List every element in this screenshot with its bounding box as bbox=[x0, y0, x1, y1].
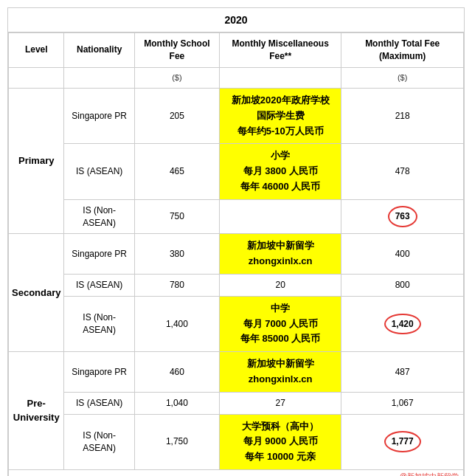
misc-fee-cell: 小学 每月 3800 人民币 每年 46000 人民币 bbox=[219, 144, 341, 199]
school-fee-cell: 750 bbox=[134, 199, 219, 234]
total-fee-cell: 478 bbox=[341, 144, 464, 199]
watermark-row: @新加坡中新留学 bbox=[9, 469, 464, 476]
table-row: IS (ASEAN)78020800 bbox=[9, 274, 464, 296]
year-header: 2020 bbox=[8, 8, 464, 32]
unit-row: ($) ($) bbox=[9, 67, 464, 88]
total-fee-cell: 400 bbox=[341, 234, 464, 275]
total-fee-unit: ($) bbox=[341, 67, 464, 88]
school-fee-cell: 1,400 bbox=[134, 296, 219, 351]
fee-table: Level Nationality Monthly School Fee Mon… bbox=[8, 32, 464, 476]
watermark: @新加坡中新留学 bbox=[9, 469, 464, 476]
table-row: IS (ASEAN)1,040271,067 bbox=[9, 392, 464, 414]
level-header: Level bbox=[9, 33, 64, 68]
nationality-cell: IS (ASEAN) bbox=[64, 274, 134, 296]
total-fee-header: Monthly Total Fee (Maximum) bbox=[341, 33, 464, 68]
misc-fee-cell: 新加坡中新留学 zhongxinlx.cn bbox=[219, 352, 341, 393]
circled-value: 763 bbox=[388, 206, 417, 227]
header-row: Level Nationality Monthly School Fee Mon… bbox=[9, 33, 464, 68]
misc-fee-cell: 中学 每月 7000 人民币 每年 85000 人民币 bbox=[219, 296, 341, 351]
misc-fee-unit bbox=[219, 67, 341, 88]
nationality-cell: Singapore PR bbox=[64, 234, 134, 275]
misc-fee-header: Monthly Miscellaneous Fee** bbox=[219, 33, 341, 68]
total-fee-cell: 1,777 bbox=[341, 414, 464, 469]
school-fee-cell: 380 bbox=[134, 234, 219, 275]
misc-fee-cell: 20 bbox=[219, 274, 341, 296]
circled-value: 1,777 bbox=[384, 431, 421, 452]
level-cell-1: Secondary bbox=[9, 234, 64, 352]
nationality-header: Nationality bbox=[64, 33, 134, 68]
total-fee-cell: 487 bbox=[341, 352, 464, 393]
misc-fee-cell: 大学预科（高中） 每月 9000 人民币 每年 10000 元亲 bbox=[219, 414, 341, 469]
nationality-cell: IS (ASEAN) bbox=[64, 144, 134, 199]
school-fee-cell: 1,040 bbox=[134, 392, 219, 414]
total-fee-cell: 1,420 bbox=[341, 296, 464, 351]
table-row: PrimarySingapore PR205新加坡2020年政府学校 国际学生费… bbox=[9, 88, 464, 143]
misc-fee-cell: 新加坡2020年政府学校 国际学生费 每年约5-10万人民币 bbox=[219, 88, 341, 143]
table-row: IS (Non-ASEAN)1,750大学预科（高中） 每月 9000 人民币 … bbox=[9, 414, 464, 469]
nationality-cell: Singapore PR bbox=[64, 88, 134, 143]
nationality-cell: IS (ASEAN) bbox=[64, 392, 134, 414]
school-fee-unit: ($) bbox=[134, 67, 219, 88]
nationality-cell: IS (Non-ASEAN) bbox=[64, 199, 134, 234]
table-row: SecondarySingapore PR380新加坡中新留学 zhongxin… bbox=[9, 234, 464, 275]
misc-fee-cell bbox=[219, 199, 341, 234]
level-cell-2: Pre- University bbox=[9, 352, 64, 470]
total-fee-cell: 218 bbox=[341, 88, 464, 143]
nationality-unit bbox=[64, 67, 134, 88]
level-unit bbox=[9, 67, 64, 88]
nationality-cell: IS (Non-ASEAN) bbox=[64, 414, 134, 469]
school-fee-cell: 465 bbox=[134, 144, 219, 199]
table-row: IS (Non-ASEAN)750763 bbox=[9, 199, 464, 234]
main-container: 2020 Level Nationality Monthly School Fe… bbox=[7, 7, 465, 476]
school-fee-cell: 460 bbox=[134, 352, 219, 393]
table-row: Pre- UniversitySingapore PR460新加坡中新留学 zh… bbox=[9, 352, 464, 393]
total-fee-cell: 1,067 bbox=[341, 392, 464, 414]
nationality-cell: IS (Non-ASEAN) bbox=[64, 296, 134, 351]
school-fee-cell: 1,750 bbox=[134, 414, 219, 469]
school-fee-cell: 780 bbox=[134, 274, 219, 296]
table-body: PrimarySingapore PR205新加坡2020年政府学校 国际学生费… bbox=[9, 88, 464, 476]
total-fee-cell: 763 bbox=[341, 199, 464, 234]
nationality-cell: Singapore PR bbox=[64, 352, 134, 393]
school-fee-header: Monthly School Fee bbox=[134, 33, 219, 68]
circled-value: 1,420 bbox=[384, 314, 421, 335]
total-fee-cell: 800 bbox=[341, 274, 464, 296]
misc-fee-cell: 新加坡中新留学 zhongxinlx.cn bbox=[219, 234, 341, 275]
level-cell-0: Primary bbox=[9, 88, 64, 233]
school-fee-cell: 205 bbox=[134, 88, 219, 143]
misc-fee-cell: 27 bbox=[219, 392, 341, 414]
table-row: IS (Non-ASEAN)1,400中学 每月 7000 人民币 每年 850… bbox=[9, 296, 464, 351]
table-row: IS (ASEAN)465小学 每月 3800 人民币 每年 46000 人民币… bbox=[9, 144, 464, 199]
